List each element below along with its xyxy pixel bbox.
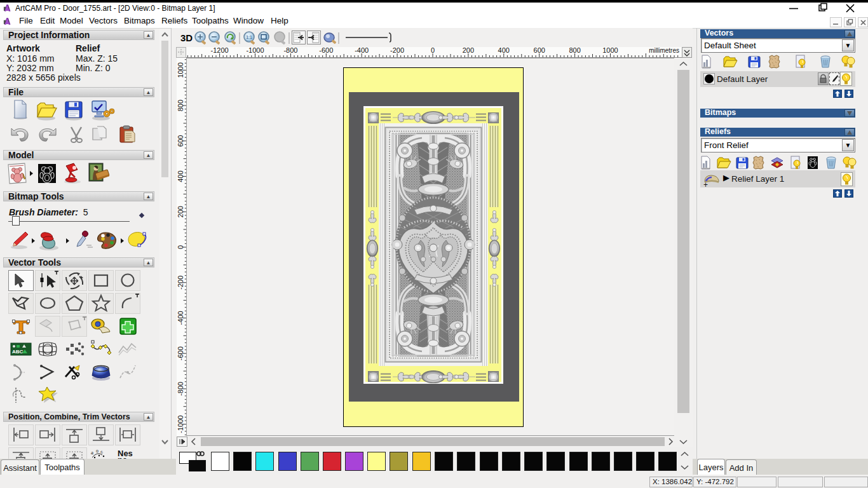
- svg-text:+: +: [703, 180, 708, 188]
- svg-text:-400: -400: [177, 311, 184, 325]
- svg-text:200: 200: [177, 206, 184, 217]
- svg-text:1000: 1000: [177, 62, 184, 78]
- svg-text:-800: -800: [177, 382, 184, 396]
- svg-text:600: 600: [177, 135, 184, 147]
- svg-text:ABC: ABC: [12, 349, 24, 355]
- svg-text:0: 0: [177, 245, 184, 249]
- svg-text:-800: -800: [283, 47, 297, 54]
- svg-text:-1000: -1000: [177, 416, 184, 433]
- svg-text:-1000: -1000: [246, 47, 264, 54]
- svg-text:400: 400: [498, 47, 510, 54]
- svg-text:-600: -600: [177, 346, 184, 360]
- svg-text:-400: -400: [355, 47, 369, 54]
- svg-text:800: 800: [177, 100, 184, 111]
- svg-text:-200: -200: [390, 47, 404, 54]
- svg-text:-1200: -1200: [211, 47, 229, 54]
- svg-text:1000: 1000: [602, 47, 618, 54]
- svg-text:-200: -200: [177, 276, 184, 290]
- svg-text:600: 600: [534, 47, 545, 54]
- svg-text:millimetres: millimetres: [649, 47, 679, 54]
- svg-text:200: 200: [463, 47, 474, 54]
- svg-text:1:1: 1:1: [246, 35, 252, 39]
- svg-text:c: c: [100, 449, 104, 454]
- svg-text:-600: -600: [319, 47, 333, 54]
- svg-text:400: 400: [177, 170, 184, 182]
- svg-text:0: 0: [431, 47, 435, 54]
- svg-text:800: 800: [569, 47, 580, 54]
- svg-text:o: o: [96, 449, 98, 453]
- svg-text:a: a: [90, 451, 94, 456]
